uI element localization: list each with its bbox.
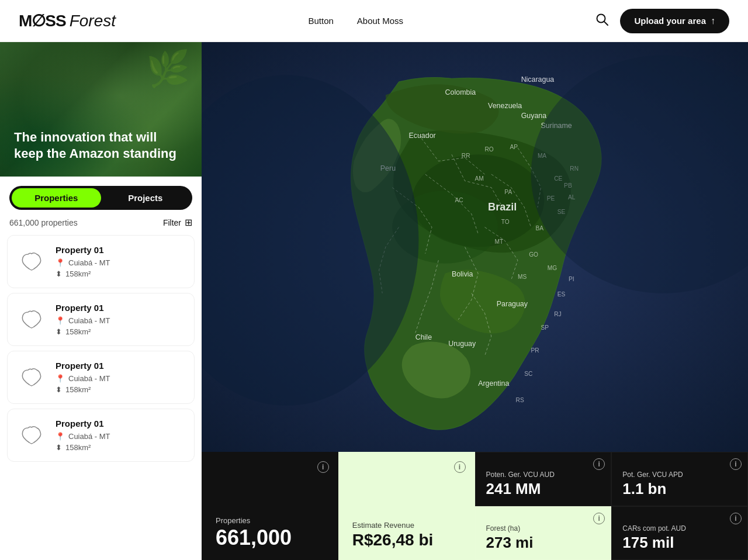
stat-label: Properties <box>216 516 324 525</box>
search-icon <box>595 13 608 26</box>
svg-text:AP: AP <box>510 144 518 150</box>
left-panel: 🌿 The innovation that will keep the Amaz… <box>0 42 202 560</box>
area-icon: ⬍ <box>56 269 62 278</box>
stat-value: 273 mi <box>486 534 601 551</box>
tabs-row: Properties Projects <box>0 177 202 210</box>
property-meta: 📍 Cuiabá - MT ⬍ 158km² <box>56 258 185 278</box>
panel-body: Properties Projects 661,000 properties F… <box>0 177 202 560</box>
property-area: ⬍ 158km² <box>56 327 185 336</box>
label-nicaragua: Nicaragua <box>521 75 555 84</box>
svg-text:SC: SC <box>524 371 532 377</box>
navbar: M∅SS Forest Button About Moss Upload you… <box>0 0 748 42</box>
logo: M∅SS Forest <box>19 11 116 30</box>
properties-count-label: 661,000 properties <box>9 218 78 227</box>
stat-card-forest-ha: i Forest (ha) 273 mi <box>475 506 612 561</box>
property-name: Property 01 <box>56 245 185 255</box>
nav-actions: Upload your area ↑ <box>595 9 729 33</box>
svg-text:PA: PA <box>504 189 512 195</box>
stat-value: 1.1 bn <box>622 481 737 497</box>
property-location: 📍 Cuiabá - MT <box>56 432 185 441</box>
stat-info-icon[interactable]: i <box>730 458 742 470</box>
label-uruguay: Uruguay <box>448 340 476 348</box>
nav-button-link[interactable]: Button <box>308 16 333 26</box>
stat-value: 661,000 <box>216 527 324 548</box>
property-area: ⬍ 158km² <box>56 443 185 452</box>
upload-area-button[interactable]: Upload your area ↑ <box>620 9 729 33</box>
stat-value: R$26,48 bi <box>352 532 461 548</box>
property-icon <box>17 247 46 276</box>
filter-icon: ⊞ <box>185 217 192 228</box>
stat-info-icon[interactable]: i <box>593 458 605 470</box>
property-icon <box>17 363 46 392</box>
logo-moss: M∅SS <box>19 11 66 30</box>
label-colombia: Colombia <box>445 88 476 96</box>
property-icon <box>17 421 46 450</box>
stats-row: i Properties 661,000 i Estimate Revenue … <box>202 452 748 560</box>
svg-text:RS: RS <box>516 397 524 403</box>
stat-card-estimate-revenue: i Estimate Revenue R$26,48 bi <box>338 452 475 560</box>
label-brazil: Brazil <box>488 201 517 213</box>
svg-text:RR: RR <box>462 153 470 159</box>
location-icon: 📍 <box>56 316 65 325</box>
svg-line-1 <box>604 22 608 25</box>
property-meta: 📍 Cuiabá - MT ⬍ 158km² <box>56 316 185 336</box>
svg-text:MG: MG <box>548 265 557 271</box>
property-info: Property 01 📍 Cuiabá - MT ⬍ 158km² <box>56 419 185 452</box>
property-card[interactable]: Property 01 📍 Cuiabá - MT ⬍ 158km² <box>7 293 195 346</box>
stat-info-icon[interactable]: i <box>317 461 329 473</box>
property-info: Property 01 📍 Cuiabá - MT ⬍ 158km² <box>56 245 185 278</box>
stat-card-poten-ger-vcu-aud: i Poten. Ger. VCU AUD 241 MM <box>475 452 612 506</box>
property-card[interactable]: Property 01 📍 Cuiabá - MT ⬍ 158km² <box>7 351 195 404</box>
logo-forest: Forest <box>70 12 116 30</box>
stat-value: 241 MM <box>486 481 601 497</box>
filter-button[interactable]: Filter ⊞ <box>163 217 192 228</box>
hero-image: 🌿 The innovation that will keep the Amaz… <box>0 42 202 177</box>
location-icon: 📍 <box>56 432 65 441</box>
label-argentina: Argentina <box>478 379 509 388</box>
stat-label: Pot. Ger. VCU APD <box>622 471 737 479</box>
property-area: ⬍ 158km² <box>56 385 185 394</box>
area-icon: ⬍ <box>56 385 62 394</box>
stat-card-cars-com-pot-aud: i CARs com pot. AUD 175 mil <box>611 506 748 561</box>
left-stats: i Properties 661,000 i Estimate Revenue … <box>202 452 475 560</box>
map-container[interactable]: Venezuela Colombia Guyana Suriname Ecuad… <box>202 42 748 452</box>
area-icon: ⬍ <box>56 327 62 336</box>
label-paraguay: Paraguay <box>497 300 528 308</box>
upload-icon: ↑ <box>711 16 715 26</box>
area-icon: ⬍ <box>56 443 62 452</box>
svg-text:MT: MT <box>494 238 503 245</box>
property-card[interactable]: Property 01 📍 Cuiabá - MT ⬍ 158km² <box>7 409 195 462</box>
properties-list: Property 01 📍 Cuiabá - MT ⬍ 158km² Prope… <box>0 235 202 469</box>
label-venezuela: Venezuela <box>488 102 522 110</box>
search-button[interactable] <box>595 13 608 29</box>
property-name: Property 01 <box>56 361 185 371</box>
property-area: ⬍ 158km² <box>56 269 185 278</box>
property-location: 📍 Cuiabá - MT <box>56 316 185 325</box>
property-info: Property 01 📍 Cuiabá - MT ⬍ 158km² <box>56 303 185 336</box>
svg-text:PI: PI <box>569 276 574 282</box>
property-meta: 📍 Cuiabá - MT ⬍ 158km² <box>56 432 185 452</box>
svg-text:TO: TO <box>501 219 510 225</box>
tab-projects[interactable]: Projects <box>101 188 191 208</box>
tabs-container: Properties Projects <box>9 186 192 210</box>
svg-text:RO: RO <box>484 146 493 153</box>
nav-about-link[interactable]: About Moss <box>357 16 403 26</box>
stat-info-icon[interactable]: i <box>593 513 605 524</box>
label-bolivia: Bolivia <box>452 270 473 278</box>
stat-label: Forest (ha) <box>486 524 601 533</box>
stat-label: Poten. Ger. VCU AUD <box>486 471 601 479</box>
right-panel: Venezuela Colombia Guyana Suriname Ecuad… <box>202 42 748 560</box>
stat-label: CARs com pot. AUD <box>622 524 737 533</box>
property-card[interactable]: Property 01 📍 Cuiabá - MT ⬍ 158km² <box>7 235 195 288</box>
right-stats: i Poten. Ger. VCU AUD 241 MM i Pot. Ger.… <box>475 452 749 560</box>
stat-value: 175 mil <box>622 534 737 551</box>
stat-info-icon[interactable]: i <box>730 513 742 524</box>
label-ecuador: Ecuador <box>408 132 435 140</box>
label-guyana: Guyana <box>521 112 547 120</box>
stat-info-icon[interactable]: i <box>454 461 466 473</box>
tab-properties[interactable]: Properties <box>12 188 101 208</box>
main-layout: 🌿 The innovation that will keep the Amaz… <box>0 42 748 560</box>
stat-card-pot-ger-vcu-apd: i Pot. Ger. VCU APD 1.1 bn <box>611 452 748 506</box>
label-chile: Chile <box>415 333 432 341</box>
svg-text:GO: GO <box>529 251 538 258</box>
